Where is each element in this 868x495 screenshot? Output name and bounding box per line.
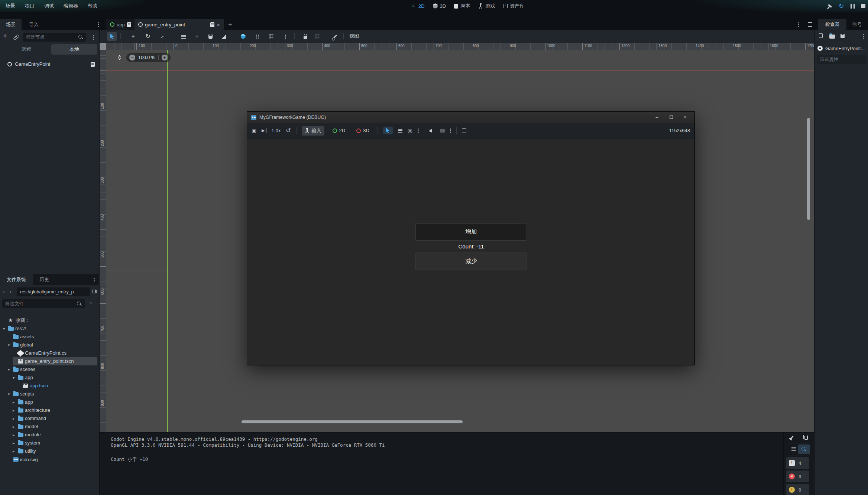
target-pick-icon[interactable]: ◎ — [408, 128, 412, 133]
script-icon[interactable] — [210, 22, 214, 27]
reset-speed-icon[interactable]: ↺ — [286, 128, 291, 134]
errors-badge[interactable]: × 0 — [786, 470, 809, 482]
center-strip-menu-icon[interactable] — [798, 22, 799, 27]
script-icon[interactable] — [91, 62, 95, 67]
audio-mute-icon[interactable] — [430, 128, 435, 133]
messages-badge[interactable]: ! 4 — [786, 457, 809, 469]
expand-arrow-icon[interactable]: ▸ — [13, 431, 15, 439]
tree-row-app-folder[interactable]: ▾ app — [0, 374, 100, 382]
lock-node-button[interactable] — [301, 32, 310, 41]
tree-row-app-tscn[interactable]: app.tscn — [0, 382, 100, 390]
next-frame-icon[interactable]: ▶ — [262, 128, 266, 133]
minimize-icon[interactable]: – — [651, 115, 663, 120]
mode-3d-button[interactable]: 3D — [433, 3, 446, 9]
move-tool[interactable] — [128, 32, 138, 41]
tab-scene-dock[interactable]: 场景 — [0, 19, 22, 30]
pick-node-button[interactable] — [383, 127, 393, 134]
collapse-arrow-icon[interactable]: ▾ — [3, 325, 5, 333]
instance-scene-link-icon[interactable] — [13, 35, 19, 39]
search-output-button[interactable] — [798, 444, 810, 454]
build-hammer-icon[interactable] — [828, 4, 832, 8]
tree-row-scripts-app[interactable]: ▸ app — [0, 398, 100, 406]
skeleton-options-button[interactable] — [330, 32, 340, 41]
split-filesystem-icon[interactable] — [92, 290, 97, 293]
collapse-tree-icon[interactable] — [791, 447, 796, 451]
scene-tab-app[interactable]: app — [106, 19, 135, 30]
tree-row-res[interactable]: ▾ res:// — [0, 325, 100, 333]
expand-arrow-icon[interactable]: ▸ — [13, 398, 15, 406]
tree-row-icon-svg[interactable]: icon.svg — [0, 456, 100, 464]
filter-nodes-input[interactable] — [26, 35, 76, 40]
script-icon[interactable] — [127, 22, 131, 27]
3d-debug-button[interactable]: 3D — [353, 126, 372, 135]
suspend-game-icon[interactable]: ◉ — [252, 128, 256, 133]
list-select-tool[interactable] — [179, 32, 188, 41]
filter-properties-input[interactable] — [820, 57, 864, 62]
nav-back-icon[interactable]: ‹ — [3, 288, 5, 294]
expand-viewport-icon[interactable] — [808, 22, 812, 27]
close-tab-icon[interactable]: × — [217, 22, 220, 28]
mode-script-button[interactable]: 脚本 — [454, 3, 470, 9]
expand-arrow-icon[interactable]: ▸ — [13, 423, 15, 431]
edited-node-row[interactable]: GameEntryPoint... — [817, 44, 868, 53]
smart-snap-toggle[interactable] — [253, 32, 263, 41]
horizontal-scrollbar[interactable] — [242, 420, 463, 423]
filter-properties-searchbox[interactable] — [817, 55, 867, 64]
warnings-badge[interactable]: ! 0 — [786, 484, 809, 495]
collapse-arrow-icon[interactable]: ▾ — [13, 374, 15, 382]
favorites-row[interactable]: ★ 收藏： — [0, 316, 100, 325]
filter-files-searchbox[interactable] — [2, 299, 85, 308]
mode-game-button[interactable]: 游戏 — [478, 3, 495, 9]
tree-row-gameentrypoint-cs[interactable]: GameEntryPoint.cs — [0, 349, 100, 357]
snap-toggle[interactable] — [238, 32, 248, 41]
tree-row-model[interactable]: ▸ model — [0, 423, 100, 431]
tree-row-scenes[interactable]: ▾ scenes — [0, 365, 100, 374]
scene-tab-game-entry-point[interactable]: game_entry_point × — [135, 19, 224, 30]
scene-tabs-menu-icon[interactable] — [98, 22, 99, 27]
tree-row-scripts[interactable]: ▾ scripts — [0, 390, 100, 398]
menu-editor[interactable]: 编辑器 — [59, 0, 83, 12]
menu-debug[interactable]: 调试 — [39, 0, 59, 12]
filesystem-dock-menu-icon[interactable] — [94, 277, 95, 282]
filter-nodes-searchbox[interactable] — [23, 33, 86, 42]
tree-row-game-entry-point-tscn[interactable]: game_entry_point.tscn — [0, 357, 100, 365]
stop-game-icon[interactable] — [861, 4, 865, 8]
camera-override-icon[interactable] — [440, 129, 445, 133]
mode-2d-button[interactable]: 2D — [410, 3, 425, 9]
nav-forward-icon[interactable]: › — [10, 288, 12, 294]
tab-signals[interactable]: 信号 — [848, 19, 866, 30]
center-view-icon[interactable] — [117, 55, 122, 60]
rotate-tool[interactable]: ↻ — [143, 32, 153, 41]
inspector-menu-icon[interactable] — [863, 34, 864, 39]
save-resource-icon[interactable] — [841, 34, 845, 38]
zoom-in-icon[interactable]: + — [162, 55, 168, 61]
expand-arrow-icon[interactable]: ▸ — [13, 406, 15, 414]
copy-output-icon[interactable] — [804, 436, 808, 440]
select-tool[interactable] — [107, 32, 117, 41]
list-pick-icon[interactable] — [398, 128, 402, 133]
load-resource-icon[interactable] — [829, 35, 835, 39]
tab-inspector[interactable]: 检查器 — [818, 19, 846, 30]
menu-help[interactable]: 帮助 — [83, 0, 102, 12]
tab-import-dock[interactable]: 导入 — [22, 19, 46, 30]
restart-game-icon[interactable]: ↻ — [839, 3, 844, 9]
tree-row-global[interactable]: ▾ global — [0, 341, 100, 349]
pick-options-menu-icon[interactable] — [418, 128, 419, 133]
speed-label[interactable]: 1.0x — [272, 128, 281, 133]
input-mode-button[interactable]: 输入 — [302, 126, 324, 136]
vertical-scrollbar[interactable] — [807, 118, 810, 220]
close-icon[interactable]: × — [680, 115, 691, 120]
game-window-titlebar[interactable]: MyGFrameworkGame (DEBUG) – × — [247, 112, 694, 123]
tree-row-assets[interactable]: assets — [0, 333, 100, 341]
local-toggle-button[interactable]: 本地 — [51, 44, 97, 55]
filter-files-input[interactable] — [5, 301, 75, 306]
menu-scene[interactable]: 场景 — [1, 0, 20, 12]
tree-row-architecture[interactable]: ▸ architecture — [0, 406, 100, 414]
2d-debug-button[interactable]: 2D — [330, 126, 349, 135]
collapse-arrow-icon[interactable]: ▾ — [8, 390, 10, 398]
pivot-tool[interactable] — [192, 32, 202, 41]
scene-tree-root-row[interactable]: GameEntryPoint — [0, 61, 100, 69]
increase-button[interactable]: 增加 — [415, 223, 527, 241]
collapse-arrow-icon[interactable]: ▾ — [8, 365, 10, 374]
ruler-tool[interactable] — [219, 32, 229, 41]
